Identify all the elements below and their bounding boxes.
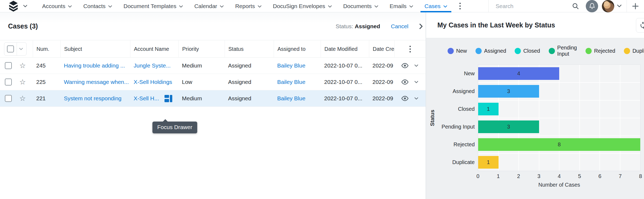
case-subject-link[interactable]: System not responding: [64, 95, 122, 102]
nav-item-label: Documents: [343, 3, 372, 9]
legend-dot: [448, 48, 454, 54]
row-checkbox[interactable]: [5, 79, 12, 86]
legend-label: Assigned: [484, 48, 506, 54]
favorite-star-icon[interactable]: ☆: [19, 79, 26, 86]
refresh-chart-button[interactable]: [636, 18, 644, 33]
y-tick-label-assigned: Assigned: [438, 82, 478, 100]
bar-value-label: 1: [487, 159, 490, 165]
search-button[interactable]: [569, 0, 581, 12]
legend-item-new[interactable]: New: [448, 48, 467, 54]
row-checkbox[interactable]: [5, 95, 12, 102]
top-navbar: AccountsContactsDocument TemplatesCalend…: [0, 0, 644, 12]
legend-item-rejected[interactable]: Rejected: [586, 48, 615, 54]
table-row-case-225[interactable]: ☆ 225 Warning message when... X-Sell Hol…: [0, 74, 426, 90]
profile-menu-button[interactable]: [614, 4, 627, 9]
cancel-filter-link[interactable]: Cancel: [391, 23, 408, 30]
bar-rejected[interactable]: 8: [478, 138, 640, 151]
chart-band-rejected: 8: [478, 136, 640, 154]
x-tick-label-5: 5: [578, 173, 581, 179]
x-tick-label-2: 2: [517, 173, 520, 179]
list-header: Cases (3) Status:Assigned Cancel: [0, 12, 426, 40]
case-subject-link[interactable]: Having trouble adding ...: [64, 62, 125, 69]
nav-item-reports[interactable]: Reports: [229, 0, 267, 12]
column-header-assigned-to[interactable]: Assigned to: [274, 40, 321, 58]
account-name-link[interactable]: X-Sell H...: [134, 95, 159, 102]
bar-pending-input[interactable]: 3: [478, 120, 539, 133]
row-expand-button[interactable]: [414, 97, 418, 100]
row-expand-button[interactable]: [414, 81, 418, 83]
x-tick-label-1: 1: [497, 173, 500, 179]
legend-dot: [586, 48, 592, 54]
table-header-row: Num.SubjectAccount NamePriorityStatusAss…: [0, 40, 426, 58]
search-input[interactable]: [489, 3, 569, 9]
bar-closed[interactable]: 1: [478, 103, 499, 115]
case-subject-link[interactable]: Warning message when...: [64, 79, 129, 85]
legend-item-closed[interactable]: Closed: [515, 48, 540, 54]
user-avatar[interactable]: [602, 0, 614, 12]
column-header-num-[interactable]: Num.: [33, 40, 60, 58]
legend-label: Duplicate: [632, 48, 644, 54]
legend-label: Closed: [523, 48, 540, 54]
chart-band-closed: 1: [478, 100, 640, 118]
chevron-down-icon: [617, 4, 622, 8]
table-row-case-221[interactable]: ☆ 221 System not responding X-Sell H... …: [0, 90, 426, 107]
account-name-link[interactable]: Jungle Syste...: [134, 62, 171, 69]
legend-item-duplicate[interactable]: Duplicate: [624, 48, 644, 54]
nav-item-documents[interactable]: Documents: [338, 0, 384, 12]
column-header-priority[interactable]: Priority: [178, 40, 225, 58]
preview-button[interactable]: [401, 78, 409, 86]
column-header-account-name[interactable]: Account Name: [130, 40, 178, 58]
row-checkbox[interactable]: [5, 62, 12, 69]
search-icon: [572, 2, 579, 10]
x-axis-ticks: 012345678: [478, 171, 641, 181]
select-all-checkbox[interactable]: [7, 45, 14, 52]
cell-num: 225: [33, 79, 60, 85]
favorite-star-icon[interactable]: ☆: [19, 62, 26, 69]
cases-list-panel: Cases (3) Status:Assigned Cancel Num.Sub…: [0, 12, 426, 199]
column-header-date-modified[interactable]: Date Modified: [321, 40, 369, 58]
preview-button[interactable]: [401, 62, 409, 70]
assigned-user-link[interactable]: Bailey Blue: [277, 95, 305, 102]
legend-item-assigned[interactable]: Assigned: [475, 48, 506, 54]
nav-item-docusign-envelopes[interactable]: DocuSign Envelopes: [267, 0, 338, 12]
bar-assigned[interactable]: 3: [478, 85, 539, 98]
nav-item-label: DocuSign Envelopes: [273, 3, 325, 9]
nav-menu: AccountsContactsDocument TemplatesCalend…: [36, 0, 453, 12]
legend-item-pending-input[interactable]: Pending Input: [549, 45, 577, 57]
expand-panel-button[interactable]: [419, 23, 423, 29]
nav-item-calendar[interactable]: Calendar: [189, 0, 229, 12]
bar-new[interactable]: 4: [478, 67, 559, 80]
focus-drawer-icon[interactable]: [164, 95, 172, 102]
column-header-status[interactable]: Status: [225, 40, 274, 58]
column-header-subject[interactable]: Subject: [60, 40, 130, 58]
nav-item-cases[interactable]: Cases: [419, 0, 453, 12]
nav-item-emails[interactable]: Emails: [384, 0, 419, 12]
quick-create-button[interactable]: [627, 0, 644, 12]
account-name-link[interactable]: X-Sell Holdings: [134, 79, 172, 85]
bar-value-label: 1: [487, 106, 490, 112]
nav-more-menu[interactable]: [453, 3, 467, 9]
column-header-date-crea[interactable]: Date Crea: [369, 40, 394, 58]
select-all-cell: [0, 40, 33, 58]
select-all-control[interactable]: [4, 42, 27, 56]
cell-num: 245: [33, 62, 60, 69]
preview-button[interactable]: [401, 94, 409, 102]
column-settings-button[interactable]: [394, 40, 426, 58]
eye-icon: [401, 62, 409, 70]
nav-item-document-templates[interactable]: Document Templates: [118, 0, 189, 12]
app-logo[interactable]: [8, 1, 27, 12]
row-expand-button[interactable]: [414, 64, 418, 67]
favorite-star-icon[interactable]: ☆: [19, 95, 26, 102]
table-row-case-245[interactable]: ☆ 245 Having trouble adding ... Jungle S…: [0, 58, 426, 74]
chevron-down-icon: [108, 5, 112, 8]
notifications-button[interactable]: [586, 0, 598, 12]
nav-item-contacts[interactable]: Contacts: [78, 0, 118, 12]
assigned-user-link[interactable]: Bailey Blue: [277, 79, 305, 85]
y-tick-label-pending-input: Pending Input: [438, 118, 478, 136]
nav-item-accounts[interactable]: Accounts: [36, 0, 78, 12]
x-tick-label-8: 8: [639, 173, 642, 179]
plot-area: 431381: [478, 65, 641, 171]
bar-duplicate[interactable]: 1: [478, 156, 499, 169]
cell-priority: Low: [178, 79, 225, 85]
assigned-user-link[interactable]: Bailey Blue: [277, 62, 305, 69]
